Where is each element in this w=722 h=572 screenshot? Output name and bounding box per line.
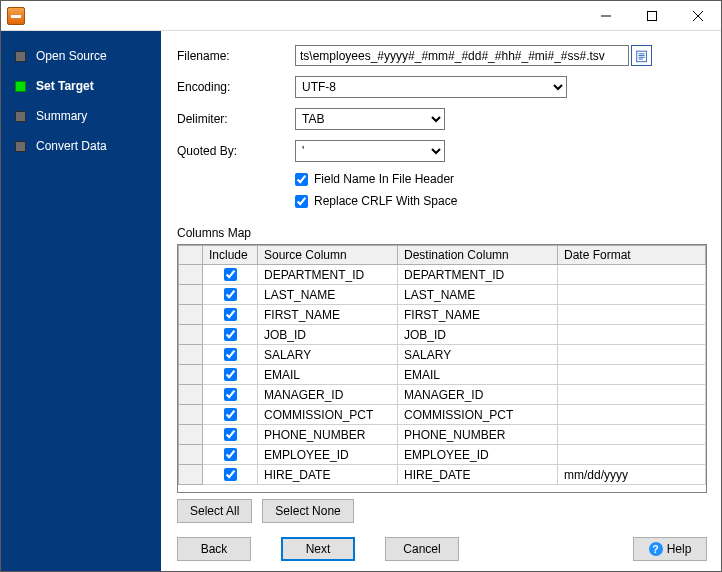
col-header-source[interactable]: Source Column (258, 246, 398, 265)
cell-source-column[interactable]: PHONE_NUMBER (258, 425, 398, 445)
cell-include[interactable] (203, 425, 258, 445)
row-header[interactable] (179, 425, 203, 445)
field-name-header-checkbox[interactable] (295, 173, 308, 186)
col-header-include[interactable]: Include (203, 246, 258, 265)
cell-include[interactable] (203, 265, 258, 285)
col-header-dest[interactable]: Destination Column (398, 246, 558, 265)
cell-date-format[interactable] (558, 405, 706, 425)
select-none-button[interactable]: Select None (262, 499, 353, 523)
cell-source-column[interactable]: LAST_NAME (258, 285, 398, 305)
help-button[interactable]: ? Help (633, 537, 707, 561)
include-checkbox[interactable] (224, 268, 237, 281)
table-row[interactable]: EMPLOYEE_IDEMPLOYEE_ID (179, 445, 706, 465)
cell-destination-column[interactable]: DEPARTMENT_ID (398, 265, 558, 285)
quoted-by-select[interactable]: ' (295, 140, 445, 162)
cell-destination-column[interactable]: MANAGER_ID (398, 385, 558, 405)
cell-date-format[interactable] (558, 445, 706, 465)
table-row[interactable]: JOB_IDJOB_ID (179, 325, 706, 345)
cell-source-column[interactable]: HIRE_DATE (258, 465, 398, 485)
cell-date-format[interactable] (558, 265, 706, 285)
cell-destination-column[interactable]: COMMISSION_PCT (398, 405, 558, 425)
back-button[interactable]: Back (177, 537, 251, 561)
close-button[interactable] (675, 1, 721, 31)
table-row[interactable]: COMMISSION_PCTCOMMISSION_PCT (179, 405, 706, 425)
table-row[interactable]: SALARYSALARY (179, 345, 706, 365)
wizard-step-convert-data[interactable]: Convert Data (1, 131, 161, 161)
encoding-select[interactable]: UTF-8 (295, 76, 567, 98)
maximize-button[interactable] (629, 1, 675, 31)
table-row[interactable]: DEPARTMENT_IDDEPARTMENT_ID (179, 265, 706, 285)
cell-date-format[interactable]: mm/dd/yyyy (558, 465, 706, 485)
row-header[interactable] (179, 345, 203, 365)
cell-source-column[interactable]: SALARY (258, 345, 398, 365)
browse-button[interactable] (631, 45, 652, 66)
replace-crlf-checkbox[interactable] (295, 195, 308, 208)
cell-source-column[interactable]: COMMISSION_PCT (258, 405, 398, 425)
cell-destination-column[interactable]: FIRST_NAME (398, 305, 558, 325)
cell-destination-column[interactable]: JOB_ID (398, 325, 558, 345)
row-header[interactable] (179, 385, 203, 405)
row-header[interactable] (179, 265, 203, 285)
table-row[interactable]: MANAGER_IDMANAGER_ID (179, 385, 706, 405)
row-header[interactable] (179, 305, 203, 325)
cell-destination-column[interactable]: HIRE_DATE (398, 465, 558, 485)
include-checkbox[interactable] (224, 368, 237, 381)
row-header[interactable] (179, 465, 203, 485)
table-row[interactable]: FIRST_NAMEFIRST_NAME (179, 305, 706, 325)
cell-include[interactable] (203, 345, 258, 365)
cell-source-column[interactable]: DEPARTMENT_ID (258, 265, 398, 285)
row-header[interactable] (179, 445, 203, 465)
delimiter-select[interactable]: TAB (295, 108, 445, 130)
include-checkbox[interactable] (224, 468, 237, 481)
minimize-button[interactable] (583, 1, 629, 31)
row-header[interactable] (179, 325, 203, 345)
cell-destination-column[interactable]: EMPLOYEE_ID (398, 445, 558, 465)
row-header[interactable] (179, 405, 203, 425)
col-header-format[interactable]: Date Format (558, 246, 706, 265)
select-all-button[interactable]: Select All (177, 499, 252, 523)
include-checkbox[interactable] (224, 348, 237, 361)
row-header[interactable] (179, 285, 203, 305)
row-header[interactable] (179, 365, 203, 385)
field-name-header-label[interactable]: Field Name In File Header (314, 172, 454, 186)
wizard-step-open-source[interactable]: Open Source (1, 41, 161, 71)
include-checkbox[interactable] (224, 288, 237, 301)
cell-date-format[interactable] (558, 285, 706, 305)
table-row[interactable]: EMAILEMAIL (179, 365, 706, 385)
include-checkbox[interactable] (224, 448, 237, 461)
include-checkbox[interactable] (224, 428, 237, 441)
cell-include[interactable] (203, 445, 258, 465)
include-checkbox[interactable] (224, 328, 237, 341)
cell-destination-column[interactable]: EMAIL (398, 365, 558, 385)
cell-date-format[interactable] (558, 325, 706, 345)
table-row[interactable]: HIRE_DATEHIRE_DATEmm/dd/yyyy (179, 465, 706, 485)
cell-source-column[interactable]: FIRST_NAME (258, 305, 398, 325)
cancel-button[interactable]: Cancel (385, 537, 459, 561)
replace-crlf-label[interactable]: Replace CRLF With Space (314, 194, 457, 208)
cell-include[interactable] (203, 285, 258, 305)
include-checkbox[interactable] (224, 308, 237, 321)
cell-include[interactable] (203, 305, 258, 325)
cell-destination-column[interactable]: SALARY (398, 345, 558, 365)
cell-date-format[interactable] (558, 345, 706, 365)
cell-date-format[interactable] (558, 305, 706, 325)
cell-date-format[interactable] (558, 425, 706, 445)
table-row[interactable]: LAST_NAMELAST_NAME (179, 285, 706, 305)
cell-include[interactable] (203, 365, 258, 385)
cell-source-column[interactable]: EMAIL (258, 365, 398, 385)
cell-date-format[interactable] (558, 365, 706, 385)
filename-input[interactable] (295, 45, 629, 66)
cell-source-column[interactable]: MANAGER_ID (258, 385, 398, 405)
include-checkbox[interactable] (224, 408, 237, 421)
cell-include[interactable] (203, 385, 258, 405)
next-button[interactable]: Next (281, 537, 355, 561)
cell-include[interactable] (203, 465, 258, 485)
cell-date-format[interactable] (558, 385, 706, 405)
cell-source-column[interactable]: JOB_ID (258, 325, 398, 345)
cell-destination-column[interactable]: PHONE_NUMBER (398, 425, 558, 445)
cell-destination-column[interactable]: LAST_NAME (398, 285, 558, 305)
cell-include[interactable] (203, 405, 258, 425)
cell-include[interactable] (203, 325, 258, 345)
wizard-step-summary[interactable]: Summary (1, 101, 161, 131)
cell-source-column[interactable]: EMPLOYEE_ID (258, 445, 398, 465)
